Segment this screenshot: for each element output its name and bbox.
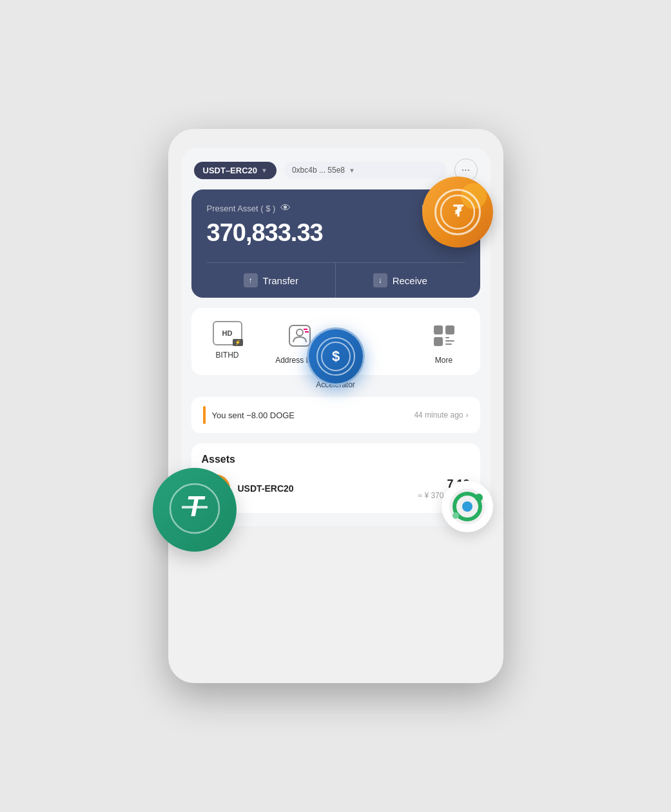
- svg-rect-11: [445, 343, 452, 345]
- tx-chevron-icon: ›: [466, 411, 469, 420]
- tx-indicator: [203, 406, 206, 424]
- transfer-icon: ↑: [244, 273, 258, 287]
- tx-time-text: 44 minute ago: [414, 411, 463, 420]
- usdt-coin-svg: ₮: [440, 195, 475, 229]
- visibility-toggle[interactable]: 👁: [280, 202, 291, 214]
- bithd-menu-item[interactable]: HD ⚡ BITHD: [191, 321, 264, 360]
- transaction-row[interactable]: You sent −8.00 DOGE 44 minute ago ›: [191, 397, 480, 433]
- svg-rect-7: [445, 325, 454, 334]
- transfer-button[interactable]: ↑ Transfer: [207, 263, 336, 298]
- svg-rect-10: [445, 340, 454, 342]
- svg-point-19: [475, 494, 483, 501]
- token-name: USDT–ERC20: [203, 166, 258, 175]
- bithd-icon: HD ⚡: [213, 321, 242, 345]
- svg-point-20: [452, 512, 459, 519]
- usdc-coin-decoration: $: [307, 327, 365, 385]
- chat-icon: ···: [462, 164, 470, 176]
- more-menu-item[interactable]: More: [408, 321, 480, 365]
- bithd-label: BITHD: [216, 351, 239, 360]
- asset-card: Present Asset ( $ ) 👁 ⊟ All Assets 370,8…: [191, 189, 480, 298]
- svg-point-18: [462, 501, 472, 512]
- tx-time[interactable]: 44 minute ago ›: [414, 411, 468, 420]
- address-selector[interactable]: 0xbc4b ... 55e8 ▼: [284, 162, 447, 179]
- more-icon: [429, 321, 459, 351]
- receive-button[interactable]: ↓ Receive: [336, 263, 465, 298]
- svg-text:₮: ₮: [452, 202, 463, 220]
- token-selector[interactable]: USDT–ERC20 ▼: [194, 162, 277, 179]
- svg-point-3: [297, 329, 303, 336]
- orbit-coin-decoration: [442, 481, 493, 532]
- tether-inner: T: [169, 483, 220, 537]
- tx-text: You sent −8.00 DOGE: [212, 411, 408, 420]
- svg-rect-9: [445, 337, 449, 338]
- tether-coin-decoration: T: [153, 468, 237, 552]
- asset-row[interactable]: ₮ USDT-ERC20 7.12 ≈ ¥ 370,833.33: [202, 474, 470, 503]
- svg-text:$: $: [331, 348, 339, 364]
- address-chevron-icon: ▼: [349, 167, 355, 174]
- svg-rect-8: [434, 337, 443, 346]
- token-chevron-icon: ▼: [261, 167, 267, 174]
- more-label: More: [435, 356, 452, 365]
- assets-section: Assets ₮ USDT-ERC20 7.12 ≈ ¥ 370,833.33: [191, 443, 480, 513]
- asset-actions: ↑ Transfer ↓ Receive: [207, 262, 465, 298]
- address-text: 0xbc4b ... 55e8: [292, 166, 345, 175]
- usdt-coin-decoration: ₮: [422, 177, 493, 247]
- quick-access-panel: HD ⚡ BITHD Address Bo: [191, 308, 480, 375]
- svg-rect-6: [434, 325, 443, 334]
- asset-name: USDT-ERC20: [238, 483, 411, 494]
- assets-title: Assets: [202, 454, 470, 465]
- receive-icon: ↓: [373, 273, 387, 287]
